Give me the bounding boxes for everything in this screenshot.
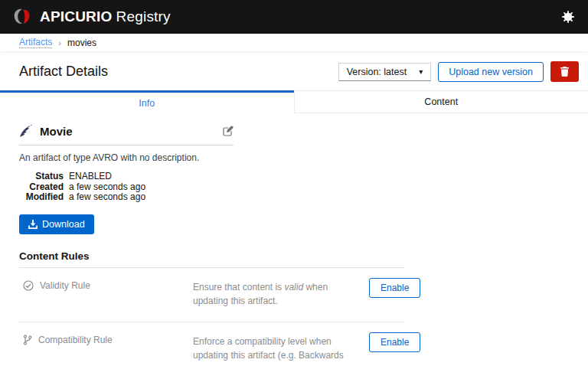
chevron-right-icon: ›: [58, 38, 61, 47]
brand-title-secondary: Registry: [116, 8, 171, 25]
meta-label: Created: [19, 182, 64, 193]
masthead: APICURIORegistry: [0, 0, 588, 34]
breadcrumb: Artifacts › movies: [0, 34, 588, 52]
meta-row-modified: Modified a few seconds ago: [19, 192, 588, 203]
page-header: Artifact Details Version: latest ▾ Uploa…: [0, 52, 588, 90]
code-branch-icon: [23, 335, 32, 345]
delete-artifact-button[interactable]: [550, 61, 579, 82]
meta-value: ENABLED: [69, 172, 112, 182]
rule-label: Compatibility Rule: [38, 335, 113, 345]
rule-description-em: valid: [284, 282, 303, 292]
artifact-description: An artifact of type AVRO with no descrip…: [19, 152, 588, 163]
rule-description: Enforce a compatibility level when updat…: [193, 332, 348, 366]
artifact-title-row: Movie: [19, 124, 234, 145]
upload-new-version-button[interactable]: Upload new version: [438, 62, 544, 82]
rule-label: Validity Rule: [40, 280, 90, 291]
meta-value: a few seconds ago: [69, 192, 145, 203]
meta-value: a few seconds ago: [69, 182, 145, 193]
edit-pencil-icon: [223, 126, 234, 136]
meta-label: Modified: [19, 192, 64, 203]
artifact-metadata: Status ENABLED Created a few seconds ago…: [19, 172, 588, 203]
rule-description-text: Ensure that content is: [193, 282, 284, 292]
trash-icon: [560, 67, 569, 77]
tab-content[interactable]: Content: [294, 90, 588, 113]
artifact-name: Movie: [40, 125, 73, 138]
breadcrumb-current: movies: [67, 38, 96, 48]
brand-title-primary: APICURIO: [40, 8, 113, 25]
download-button-label: Download: [42, 219, 85, 230]
content-rules-title: Content Rules: [19, 250, 404, 268]
gear-icon: [562, 11, 574, 23]
edit-metadata-button[interactable]: [223, 126, 234, 136]
page-title: Artifact Details: [19, 64, 108, 80]
breadcrumb-link-artifacts[interactable]: Artifacts: [19, 37, 52, 48]
download-icon: [28, 220, 38, 229]
brand[interactable]: APICURIORegistry: [12, 7, 171, 28]
caret-down-icon: ▾: [419, 67, 423, 76]
version-select-value: Version: latest: [347, 67, 407, 77]
version-select[interactable]: Version: latest ▾: [338, 63, 432, 81]
rule-row-compatibility: Compatibility Rule Enforce a compatibili…: [19, 322, 404, 366]
tab-info[interactable]: Info: [0, 90, 294, 113]
settings-button[interactable]: [560, 9, 576, 25]
meta-row-status: Status ENABLED: [19, 172, 588, 182]
rule-description-text: Enforce a compatibility level when updat…: [193, 336, 344, 366]
rule-row-validity: Validity Rule Ensure that content is val…: [19, 268, 404, 322]
content-rules-section: Content Rules Validity Rule Ensure that …: [19, 250, 404, 366]
check-circle-icon: [23, 280, 34, 291]
avro-type-icon: [19, 124, 33, 138]
download-button[interactable]: Download: [19, 214, 94, 234]
rule-description: Ensure that content is valid when updati…: [193, 278, 348, 309]
info-panel: Movie An artifact of type AVRO with no d…: [0, 113, 588, 366]
apicurio-logo-icon: [12, 7, 33, 28]
meta-label: Status: [19, 172, 64, 182]
brand-title: APICURIORegistry: [40, 8, 171, 25]
meta-row-created: Created a few seconds ago: [19, 182, 588, 193]
enable-validity-rule-button[interactable]: Enable: [369, 278, 420, 298]
enable-compatibility-rule-button[interactable]: Enable: [369, 332, 420, 352]
tab-bar: Info Content: [0, 90, 588, 113]
